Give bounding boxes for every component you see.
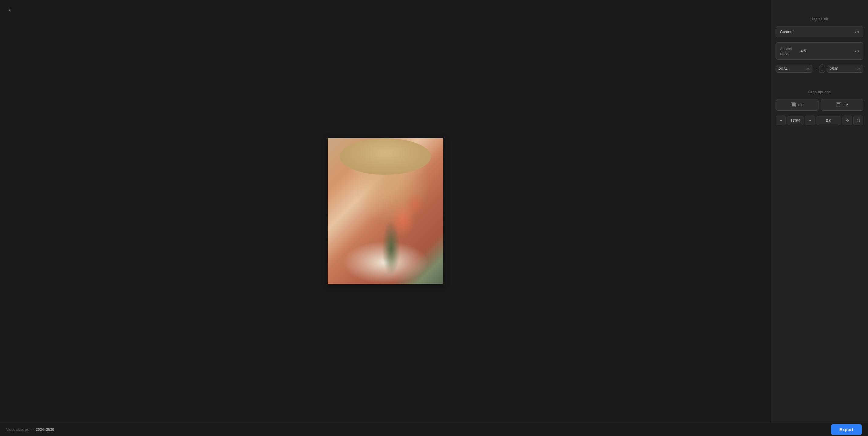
back-icon: ‹ <box>9 6 11 13</box>
fill-button[interactable]: Fill <box>776 99 818 111</box>
height-unit: px <box>857 66 860 71</box>
move-icon: ✛ <box>845 118 849 123</box>
zoom-out-icon: − <box>780 118 782 123</box>
height-input-wrap[interactable]: px <box>827 65 863 73</box>
zoom-in-icon: + <box>809 118 811 123</box>
aspect-ratio-wrapper[interactable]: Aspect ratio: 4:5 1:1 16:9 9:16 3:2 2:3 … <box>776 42 863 60</box>
dim-separator: — <box>814 64 825 73</box>
status-bar: Video size, px — 2024×2530 Export <box>0 423 868 436</box>
width-unit: px <box>806 66 810 71</box>
resize-select[interactable]: Custom Instagram Post Instagram Story Fa… <box>776 26 863 37</box>
status-size: 2024×2530 <box>36 428 54 432</box>
zoom-in-button[interactable]: + <box>805 116 815 125</box>
crop-options-label: Crop options <box>776 90 863 94</box>
aspect-ratio-label: Aspect ratio: <box>780 47 796 56</box>
height-input[interactable] <box>830 66 856 71</box>
resize-select-wrapper[interactable]: Custom Instagram Post Instagram Story Fa… <box>776 26 863 37</box>
transform-row: − 179% + 0,0 ✛ ⬡ <box>776 116 863 125</box>
link-proportions-icon[interactable] <box>819 64 825 73</box>
back-button[interactable]: ‹ <box>5 5 14 14</box>
zoom-value: 179% <box>787 116 804 125</box>
export-button[interactable]: Export <box>831 424 862 435</box>
dimensions-row: px — px <box>776 64 863 73</box>
right-panel: Resize for Custom Instagram Post Instagr… <box>771 0 868 423</box>
move-button[interactable]: ✛ <box>842 116 852 125</box>
canvas-area <box>0 0 771 423</box>
fit-label: Fit <box>843 103 848 107</box>
crop-buttons: Fill Fit <box>776 99 863 111</box>
resize-for-label: Resize for <box>776 17 863 21</box>
image-preview <box>328 138 443 284</box>
aspect-ratio-select[interactable]: 4:5 1:1 16:9 9:16 3:2 2:3 <box>797 46 853 56</box>
fill-icon <box>791 103 796 107</box>
position-value: 0,0 <box>816 116 841 125</box>
width-input-wrap[interactable]: px <box>776 65 812 73</box>
fill-label: Fill <box>798 103 803 107</box>
background-fill-button[interactable]: ⬡ <box>854 116 863 125</box>
paint-bucket-icon: ⬡ <box>857 118 860 123</box>
fit-icon <box>836 103 841 107</box>
width-input[interactable] <box>779 66 805 71</box>
fit-button[interactable]: Fit <box>821 99 863 111</box>
status-prefix: Video size, px — <box>6 428 33 432</box>
zoom-out-button[interactable]: − <box>776 116 786 125</box>
